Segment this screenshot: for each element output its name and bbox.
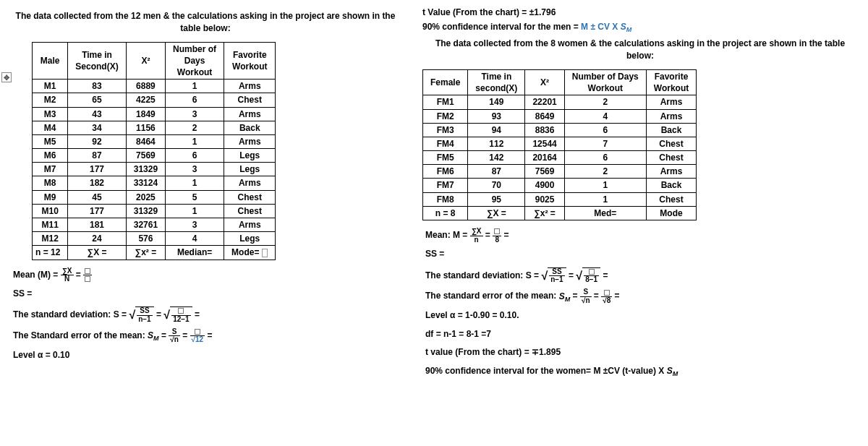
table-row: FM68775692Arms <box>423 165 697 179</box>
table-row: M34318493Arms <box>33 107 276 121</box>
table-row: M7177313293Legs <box>33 163 276 176</box>
table-row: FM77049001Back <box>423 179 697 192</box>
ci-women-line: 90% confidence interval for the women= M… <box>425 364 858 380</box>
table-row: FM89590251Chest <box>423 192 697 206</box>
table-summary-row: n = 8 ∑X = ∑x² = Med= Mode <box>423 206 697 220</box>
sd-formula: The standard deviation: S = √SSn−1 = √12… <box>13 304 401 325</box>
col-fav: FavoriteWorkout <box>224 42 276 80</box>
right-heading: The data collected from the 8 women & th… <box>422 38 858 62</box>
col-time: Time insecond(X) <box>468 69 525 95</box>
table-row: M11181327613Arms <box>33 218 276 232</box>
sd-formula-right: The standard deviation: S = √SSn−1 = √8−… <box>425 265 858 286</box>
col-female: Female <box>423 69 468 95</box>
table-row: FM4112125447Chest <box>423 137 697 150</box>
table-row: M43411562Back <box>33 121 276 134</box>
table-row: M12245764Legs <box>33 232 276 246</box>
text-cursor-icon <box>262 249 268 257</box>
mean-formula-right: Mean: M = ∑Xn = 8 = <box>425 228 858 244</box>
table-row: M26542256Chest <box>33 93 276 107</box>
ss-formula: SS = <box>13 286 401 302</box>
table-row: FM39488366Back <box>423 123 697 137</box>
table-row: M59284641Arms <box>33 134 276 148</box>
col-fav: FavoriteWorkout <box>646 69 696 95</box>
move-handle-icon[interactable]: ✥ <box>1 72 12 82</box>
col-days: Number of DaysWorkout <box>564 69 646 95</box>
sem-formula: The Standard error of the mean: SM = S√n… <box>13 328 401 345</box>
page-columns: The data collected from the 12 men & the… <box>10 6 858 383</box>
sem-formula-right: The standard error of the mean: SM = S√n… <box>425 288 858 305</box>
ss-formula-right: SS = <box>425 246 858 262</box>
t-value-line: t Value (From the chart) = ±1.796 <box>422 7 858 17</box>
table-header-row: Female Time insecond(X) X² Number of Day… <box>423 69 697 95</box>
table-header-row: Male Time inSecond(X) X² Number ofDaysWo… <box>33 42 276 80</box>
right-column: t Value (From the chart) = ±1.796 90% co… <box>422 6 858 383</box>
alpha-level: Level α = 0.10 <box>13 348 401 364</box>
table-row: FM1149222012Arms <box>423 95 697 109</box>
col-days: Number ofDaysWorkout <box>166 42 224 80</box>
alpha-level-right: Level α = 1-0.90 = 0.10. <box>425 308 858 324</box>
table-row: M8182331241Arms <box>33 176 276 190</box>
table-row: M94520255Chest <box>33 190 276 204</box>
table-row: M10177313291Chest <box>33 204 276 218</box>
table-row: FM5142201646Chest <box>423 151 697 165</box>
col-time: Time inSecond(X) <box>68 42 126 80</box>
col-x2: X² <box>126 42 165 80</box>
ci-men-line: 90% confidence interval for the men = M … <box>422 22 858 33</box>
table-row: FM29386494Arms <box>423 109 697 123</box>
col-male: Male <box>33 42 68 80</box>
female-table: Female Time insecond(X) X² Number of Day… <box>422 69 697 220</box>
col-x2: X² <box>525 69 564 95</box>
left-heading: The data collected from the 12 men & the… <box>10 10 401 35</box>
table-row: M18368891Arms <box>33 80 276 93</box>
table-row: M68775696Legs <box>33 149 276 163</box>
left-column: The data collected from the 12 men & the… <box>10 6 401 383</box>
mean-formula: Mean (M) = ∑XN = <box>13 267 401 283</box>
table-summary-row: n = 12 ∑X = ∑x² = Median= Mode= <box>33 246 276 260</box>
df-line: df = n-1 = 8-1 =7 <box>425 327 858 343</box>
tvalue-line-right: t value (From the chart) = ∓1.895 <box>425 345 858 361</box>
male-table: Male Time inSecond(X) X² Number ofDaysWo… <box>32 42 276 260</box>
